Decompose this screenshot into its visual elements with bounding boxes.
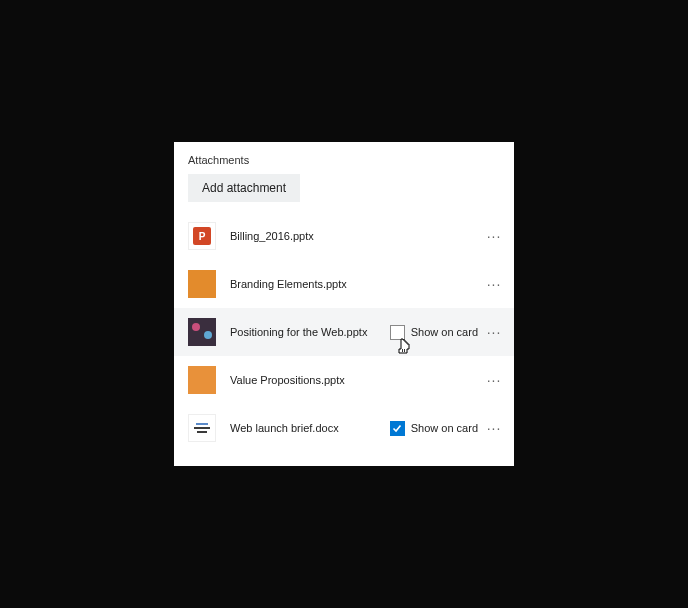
attachment-row[interactable]: Web launch brief.docxShow on card··· <box>174 404 514 452</box>
file-name: Positioning for the Web.pptx <box>230 326 390 338</box>
attachments-panel: Attachments Add attachment PBilling_2016… <box>174 142 514 466</box>
word-doc-icon <box>188 414 216 442</box>
more-options-icon[interactable]: ··· <box>484 324 504 340</box>
file-thumbnail <box>188 318 216 346</box>
attachment-row[interactable]: PBilling_2016.pptx··· <box>174 212 514 260</box>
file-name: Value Propositions.pptx <box>230 374 484 386</box>
attachment-row[interactable]: Branding Elements.pptx··· <box>174 260 514 308</box>
show-on-card-label: Show on card <box>411 326 478 338</box>
attachment-row[interactable]: Value Propositions.pptx··· <box>174 356 514 404</box>
show-on-card-checkbox[interactable] <box>390 421 405 436</box>
show-on-card-control: Show on card <box>390 325 478 340</box>
more-options-icon[interactable]: ··· <box>484 228 504 244</box>
show-on-card-checkbox[interactable] <box>390 325 405 340</box>
powerpoint-icon: P <box>193 227 211 245</box>
more-options-icon[interactable]: ··· <box>484 276 504 292</box>
section-title: Attachments <box>174 154 514 174</box>
file-name: Branding Elements.pptx <box>230 278 484 290</box>
attachment-row[interactable]: Positioning for the Web.pptxShow on card… <box>174 308 514 356</box>
show-on-card-control: Show on card <box>390 421 478 436</box>
file-thumbnail: P <box>188 222 216 250</box>
show-on-card-label: Show on card <box>411 422 478 434</box>
file-name: Web launch brief.docx <box>230 422 390 434</box>
add-attachment-button[interactable]: Add attachment <box>188 174 300 202</box>
more-options-icon[interactable]: ··· <box>484 420 504 436</box>
file-name: Billing_2016.pptx <box>230 230 484 242</box>
attachment-list: PBilling_2016.pptx···Branding Elements.p… <box>174 212 514 452</box>
file-thumbnail <box>188 366 216 394</box>
file-thumbnail <box>188 270 216 298</box>
more-options-icon[interactable]: ··· <box>484 372 504 388</box>
mouse-cursor-icon <box>396 338 412 356</box>
